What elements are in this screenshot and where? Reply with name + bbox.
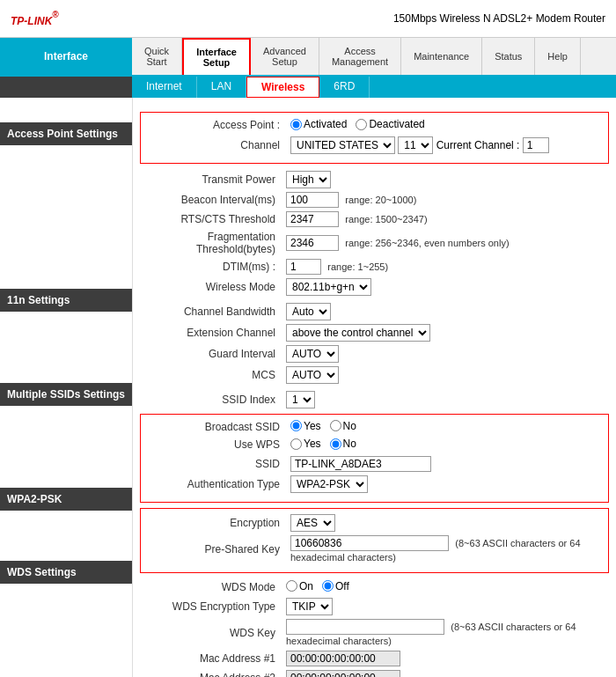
wds-off-label[interactable]: Off (322, 580, 349, 592)
wps-no-label[interactable]: No (330, 438, 356, 450)
sidebar-11n: 11n Settings (0, 289, 132, 312)
channel-label: Channel (144, 135, 285, 156)
fragmentation-input[interactable] (286, 235, 339, 251)
ssid-name-label: SSID (144, 454, 285, 474)
transmit-power-select[interactable]: High (286, 171, 331, 188)
ap-row: Access Point : Activated Deactivated (144, 116, 605, 135)
header: TP-LINK® 150Mbps Wireless N ADSL2+ Modem… (0, 0, 616, 38)
logo-reg: ® (52, 10, 58, 19)
mcs-select[interactable]: AUTO (286, 366, 339, 384)
ap-activated-label[interactable]: Activated (290, 118, 347, 130)
tab-interface-setup[interactable]: Interface Setup (182, 38, 251, 75)
mcs-label: MCS (140, 364, 281, 386)
ap-extra-table: Transmit Power High Beacon Interval(ms) … (140, 169, 609, 298)
sub-tab-lan[interactable]: LAN (197, 77, 246, 98)
wds-on-label[interactable]: On (286, 580, 313, 592)
mac1-row: Mac Address #1 (140, 649, 609, 668)
broadcast-ssid-label: Broadcast SSID (144, 418, 285, 437)
beacon-input[interactable] (286, 192, 339, 208)
wds-key-input[interactable] (286, 619, 444, 635)
auth-type-select[interactable]: WPA2-PSK (290, 475, 368, 493)
channel-bw-label: Channel Bandwidth (140, 301, 281, 322)
dtim-label: DTIM(ms) : (140, 257, 281, 276)
wds-enc-select[interactable]: TKIP (286, 598, 333, 615)
sidebar-wds: WDS Settings (0, 561, 132, 584)
ssid-index-select[interactable]: 1 (286, 391, 315, 408)
channel-country-select[interactable]: UNITED STATES (290, 136, 395, 154)
wps-yes-radio[interactable] (290, 438, 302, 450)
sub-tab-6rd[interactable]: 6RD (319, 77, 370, 98)
rts-input[interactable] (286, 211, 339, 227)
tab-access-management[interactable]: Access Management (319, 38, 401, 75)
tab-maintenance[interactable]: Maintenance (401, 38, 482, 75)
broadcast-yes-radio[interactable] (290, 420, 302, 431)
sub-tab-wireless[interactable]: Wireless (246, 77, 319, 98)
dtim-row: DTIM(ms) : range: 1~255) (140, 257, 609, 276)
rts-row: RTS/CTS Threshold range: 1500~2347) (140, 210, 609, 229)
tab-status[interactable]: Status (482, 38, 535, 75)
broadcast-yes-label[interactable]: Yes (290, 420, 321, 432)
broadcast-no-radio[interactable] (330, 420, 341, 431)
wireless-mode-row: Wireless Mode 802.11b+g+n (140, 276, 609, 298)
wds-mode-row: WDS Mode On Off (140, 578, 609, 597)
mac2-input[interactable] (286, 670, 400, 677)
rts-range: range: 1500~2347) (345, 214, 427, 224)
wds-table: WDS Mode On Off WDS Encryption Type (140, 578, 609, 678)
sidebar-wpa2-psk: WPA2-PSK (0, 488, 132, 511)
logo-text: TP-LINK (11, 15, 52, 27)
fragmentation-label: Fragmentation Threshold(bytes) (140, 229, 281, 257)
tab-help[interactable]: Help (535, 38, 581, 75)
broadcast-no-label[interactable]: No (330, 420, 356, 432)
wds-on-radio[interactable] (286, 580, 297, 592)
mac2-label: Mac Address #2 (140, 668, 281, 677)
left-sidebar: Access Point Settings 11n Settings Multi… (0, 98, 132, 677)
channel-number-select[interactable]: 11 (398, 136, 433, 154)
encryption-select[interactable]: AES (290, 514, 335, 532)
extension-channel-select[interactable]: above the control channel (286, 324, 430, 342)
ap-activated-radio[interactable] (290, 119, 302, 130)
ssid-name-row: SSID (144, 454, 605, 474)
channel-cell: UNITED STATES 11 Current Channel : (285, 135, 605, 156)
wpa2-table: Encryption AES Pre-Shared Key (8~63 ASCI… (144, 512, 605, 565)
wps-no-radio[interactable] (330, 438, 341, 450)
sidebar-multiple-ssids: Multiple SSIDs Settings (0, 383, 132, 406)
pre-shared-key-label: Pre-Shared Key (144, 534, 285, 565)
tab-advanced-setup[interactable]: Advanced Setup (251, 38, 319, 75)
mac1-input[interactable] (286, 651, 400, 666)
wireless-mode-select[interactable]: 802.11b+g+n (286, 278, 371, 296)
current-channel-input[interactable] (523, 137, 549, 153)
channel-bw-select[interactable]: Auto (286, 303, 331, 320)
pre-shared-key-input[interactable] (290, 535, 449, 551)
ap-label: Access Point : (144, 116, 285, 135)
rts-label: RTS/CTS Threshold (140, 210, 281, 229)
channel-bw-row: Channel Bandwidth Auto (140, 301, 609, 322)
tab-quick-start[interactable]: Quick Start (132, 38, 182, 75)
ssid-name-input[interactable] (290, 456, 431, 472)
nav-tabs: Quick Start Interface Setup Advanced Set… (132, 38, 616, 75)
dtim-input[interactable] (286, 259, 321, 275)
wds-off-radio[interactable] (322, 580, 334, 592)
guard-interval-select[interactable]: AUTO (286, 345, 339, 363)
wps-yes-label[interactable]: Yes (290, 438, 321, 450)
auth-type-label: Authentication Type (144, 474, 285, 495)
sidebar-access-point: Access Point Settings (0, 122, 132, 145)
extension-channel-row: Extension Channel above the control chan… (140, 322, 609, 343)
wds-key-row: WDS Key (8~63 ASCII characters or 64 hex… (140, 617, 609, 649)
wds-mode-label: WDS Mode (140, 578, 281, 597)
wds-enc-label: WDS Encryption Type (140, 596, 281, 617)
access-point-bordered: Access Point : Activated Deactivated (140, 112, 609, 164)
ap-deactivated-radio[interactable] (356, 119, 367, 130)
sub-tab-internet[interactable]: Internet (132, 77, 197, 98)
guard-interval-row: Guard Interval AUTO (140, 343, 609, 364)
ap-table: Access Point : Activated Deactivated (144, 116, 605, 156)
mac2-row: Mac Address #2 (140, 668, 609, 677)
encryption-row: Encryption AES (144, 512, 605, 534)
use-wps-label: Use WPS (144, 436, 285, 454)
broadcast-ssid-row: Broadcast SSID Yes No (144, 418, 605, 437)
use-wps-row: Use WPS Yes No (144, 436, 605, 454)
nav-sidebar-label: Interface (0, 38, 132, 75)
ap-deactivated-label[interactable]: Deactivated (356, 118, 424, 130)
transmit-power-label: Transmit Power (140, 169, 281, 190)
sub-nav: Internet LAN Wireless 6RD (132, 77, 616, 98)
fragmentation-row: Fragmentation Threshold(bytes) range: 25… (140, 229, 609, 257)
